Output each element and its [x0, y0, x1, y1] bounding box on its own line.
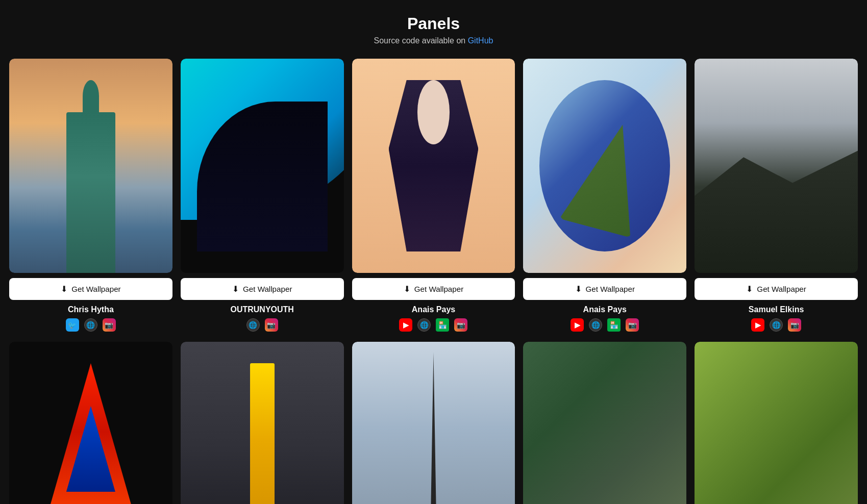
wallpaper-image-1: [9, 59, 172, 273]
download-icon: ⬇: [746, 284, 753, 294]
instagram-icon-3[interactable]: 📷: [454, 318, 467, 332]
instagram-icon-5[interactable]: 📷: [788, 318, 801, 332]
wallpaper-card-10: ⬇Get Wallpaper: [690, 338, 862, 504]
card-image-4: [523, 59, 686, 273]
get-wallpaper-button-4[interactable]: ⬇Get Wallpaper: [523, 278, 686, 300]
wallpaper-card-7: ⬇Get Wallpaper: [177, 338, 348, 504]
wallpaper-image-5: [695, 59, 858, 273]
artist-name-1: Chris Hytha: [68, 305, 114, 314]
wallpaper-image-2: [181, 59, 344, 273]
get-wallpaper-button-3[interactable]: ⬇Get Wallpaper: [352, 278, 515, 300]
wallpaper-card-6: ⬇Get Wallpaper: [5, 338, 177, 504]
wallpaper-image-4: [523, 59, 686, 273]
card-image-3: [352, 59, 515, 273]
artist-name-4: Anais Pays: [583, 305, 627, 314]
instagram-icon-4[interactable]: 📷: [626, 318, 639, 332]
web-icon-4[interactable]: 🌐: [589, 318, 602, 332]
wallpaper-card-3: ⬇Get WallpaperAnais Pays▶🌐🏪📷: [348, 55, 519, 338]
social-icons-3: ▶🌐🏪📷: [399, 318, 467, 332]
github-link[interactable]: GitHub: [468, 36, 493, 45]
store-icon-4[interactable]: 🏪: [607, 318, 621, 332]
artist-name-2: OUTRUNYOUTH: [230, 305, 293, 314]
wallpaper-image-7: [181, 342, 344, 504]
youtube-icon-5[interactable]: ▶: [751, 318, 764, 332]
card-image-7: [181, 342, 344, 504]
wallpaper-card-1: ⬇Get WallpaperChris Hytha🐦🌐📷: [5, 55, 177, 338]
artist-name-5: Samuel Elkins: [749, 305, 804, 314]
card-image-6: [9, 342, 172, 504]
wallpaper-image-8: [352, 342, 515, 504]
wallpaper-grid: ⬇Get WallpaperChris Hytha🐦🌐📷⬇Get Wallpap…: [0, 55, 867, 504]
card-image-1: [9, 59, 172, 273]
download-icon: ⬇: [232, 284, 239, 294]
social-icons-5: ▶🌐📷: [751, 318, 801, 332]
get-wallpaper-button-5[interactable]: ⬇Get Wallpaper: [695, 278, 858, 300]
social-icons-2: 🌐📷: [246, 318, 278, 332]
web-icon-2[interactable]: 🌐: [246, 318, 260, 332]
download-icon: ⬇: [575, 284, 582, 294]
page-title: Panels: [0, 14, 867, 33]
page-header: Panels Source code available on GitHub: [0, 0, 867, 55]
instagram-icon-2[interactable]: 📷: [265, 318, 278, 332]
wallpaper-card-9: ⬇Get Wallpaper: [519, 338, 690, 504]
wallpaper-card-4: ⬇Get WallpaperAnais Pays▶🌐🏪📷: [519, 55, 690, 338]
button-label: Get Wallpaper: [243, 285, 292, 293]
card-image-8: [352, 342, 515, 504]
card-image-9: [523, 342, 686, 504]
wallpaper-card-5: ⬇Get WallpaperSamuel Elkins▶🌐📷: [690, 55, 862, 338]
button-label: Get Wallpaper: [757, 285, 806, 293]
card-image-10: [695, 342, 858, 504]
store-icon-3[interactable]: 🏪: [436, 318, 449, 332]
download-icon: ⬇: [404, 284, 410, 294]
button-label: Get Wallpaper: [71, 285, 121, 293]
page-subtitle: Source code available on GitHub: [0, 36, 867, 45]
artist-name-3: Anais Pays: [412, 305, 455, 314]
youtube-icon-4[interactable]: ▶: [571, 318, 584, 332]
get-wallpaper-button-2[interactable]: ⬇Get Wallpaper: [181, 278, 344, 300]
button-label: Get Wallpaper: [586, 285, 635, 293]
wallpaper-card-8: ⬇Get Wallpaper: [348, 338, 519, 504]
wallpaper-image-9: [523, 342, 686, 504]
social-icons-1: 🐦🌐📷: [66, 318, 116, 332]
instagram-icon-1[interactable]: 📷: [103, 318, 116, 332]
wallpaper-image-3: [352, 59, 515, 273]
web-icon-5[interactable]: 🌐: [770, 318, 783, 332]
youtube-icon-3[interactable]: ▶: [399, 318, 412, 332]
wallpaper-card-2: ⬇Get WallpaperOUTRUNYOUTH🌐📷: [177, 55, 348, 338]
wallpaper-image-6: [9, 342, 172, 504]
social-icons-4: ▶🌐🏪📷: [571, 318, 639, 332]
button-label: Get Wallpaper: [414, 285, 464, 293]
web-icon-3[interactable]: 🌐: [417, 318, 431, 332]
get-wallpaper-button-1[interactable]: ⬇Get Wallpaper: [9, 278, 172, 300]
download-icon: ⬇: [61, 284, 67, 294]
card-image-2: [181, 59, 344, 273]
web-icon-1[interactable]: 🌐: [84, 318, 97, 332]
wallpaper-image-10: [695, 342, 858, 504]
card-image-5: [695, 59, 858, 273]
twitter-icon-1[interactable]: 🐦: [66, 318, 79, 332]
